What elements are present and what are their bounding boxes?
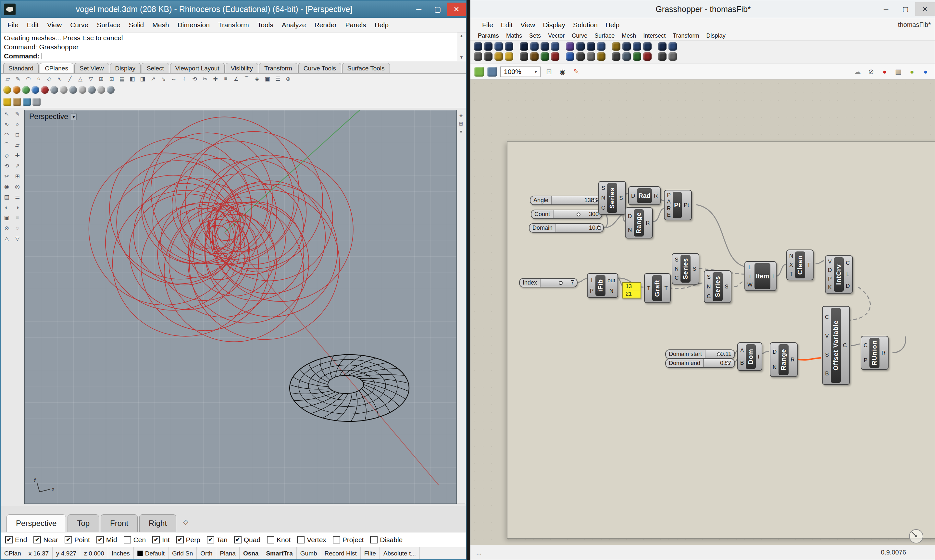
input-port[interactable]: C [706,293,712,300]
component-icon[interactable] [597,52,605,61]
toolbar-tab[interactable]: Standard [3,63,39,73]
slider-knob[interactable] [559,281,563,285]
ribbon-tab[interactable]: Intersect [639,32,669,39]
toolbar-icon[interactable]: ∠ [232,75,240,83]
ribbon-tab[interactable]: Maths [502,32,525,39]
osnap-project[interactable]: Project [333,536,364,544]
component-icon[interactable] [576,52,585,61]
gh-slider-count[interactable]: Count 300 [531,209,602,219]
toolbar-icon[interactable] [79,86,86,94]
component-capsule[interactable]: Series [607,183,617,213]
component-capsule[interactable]: Rad [637,188,652,203]
input-port[interactable]: P [666,192,672,198]
toolbar-icon[interactable] [107,86,115,94]
gh-component-list-item[interactable]: LiW Item i [744,261,776,291]
checkbox-icon[interactable]: ✔ [96,536,104,543]
command-scrollbar[interactable]: ▲ ▼ [457,32,466,61]
toolbar-icon[interactable]: ↗ [13,161,22,171]
component-capsule[interactable]: Series [681,255,690,283]
status-pane[interactable]: Orth [197,547,216,559]
toolbar-icon[interactable]: ◨ [138,75,147,83]
input-port[interactable]: B [824,371,829,377]
minimize-button[interactable]: ─ [410,3,428,16]
toolbar-icon[interactable]: ⊕ [284,75,293,83]
slider-rail[interactable]: 0.11 [705,350,734,358]
output-port[interactable]: D [845,283,850,289]
menu-item[interactable]: Solid [125,20,148,30]
zoom-extents-icon[interactable]: ⊡ [544,66,554,77]
component-capsule[interactable]: Graft [652,275,662,301]
toolbar-icon[interactable]: ☰ [13,192,22,202]
toolbar-icon[interactable]: ▽ [13,234,22,243]
menu-item[interactable]: Solution [569,20,602,30]
scroll-down-icon[interactable]: ▼ [459,55,464,60]
slider-rail[interactable]: 138.2 [552,196,602,205]
output-port[interactable]: R [653,193,659,199]
component-icon[interactable] [541,42,549,51]
status-pane[interactable]: Grid Sn [168,547,197,559]
menu-item[interactable]: Help [370,20,393,30]
toolbar-icon[interactable]: ◐ [2,203,12,212]
input-port[interactable]: V [827,258,832,265]
component-icon[interactable] [505,42,513,51]
checkbox-icon[interactable]: ✔ [207,536,214,543]
input-port[interactable]: P [863,357,868,363]
input-port[interactable]: C [824,314,830,320]
toolbar-icon[interactable]: ⊞ [13,172,22,181]
output-port[interactable]: R [881,350,886,356]
toolbar-tab[interactable]: Select [142,63,169,73]
toolbar-icon[interactable]: ✎ [14,75,22,83]
toolbar-icon[interactable]: ◈ [253,75,261,83]
component-icon[interactable] [530,52,539,61]
gh-component-radians[interactable]: D Rad R [628,186,661,205]
osnap-quad[interactable]: ✔Quad [234,536,260,544]
toolbar-icon[interactable]: ≡ [13,213,22,223]
osnap-cen[interactable]: Cen [124,536,146,544]
menu-item[interactable]: File [478,20,497,30]
input-port[interactable]: C [600,205,606,211]
gh-component-point-cylindrical[interactable]: PARE Pt Pt [664,190,692,220]
component-icon[interactable] [551,42,559,51]
toolbar-tab[interactable]: Surface Tools [342,63,390,73]
four-view-icon[interactable]: ◇ [183,518,188,526]
command-area[interactable]: Creating meshes... Press Esc to cancel C… [1,32,466,62]
output-port[interactable]: S [692,266,697,272]
viewport-tab-top[interactable]: Top [68,514,99,532]
toolbar-icon[interactable]: ✎ [13,109,22,119]
input-port[interactable]: S [824,352,829,358]
ribbon-tab[interactable]: Params [474,32,502,39]
status-pane[interactable]: Filte [361,547,380,559]
gh-component-series[interactable]: SNC Series S [704,270,732,303]
preview-eye-icon[interactable]: ◉ [558,66,568,77]
gh-slider-domain-end[interactable]: Domain end 0.57 [665,358,735,368]
toolbar-icon[interactable]: ○ [13,120,22,129]
gh-component-graft[interactable]: T Graft T [644,273,671,303]
toolbar-icon[interactable] [3,98,11,106]
gh-component-range[interactable]: DN Range R [625,207,653,238]
slider-rail[interactable]: 10.0 [556,224,603,232]
menu-item[interactable]: Tools [253,20,277,30]
gh-component-range[interactable]: DN Range R [770,342,798,377]
component-icon[interactable] [505,52,513,61]
input-port[interactable]: X [788,262,794,268]
output-port[interactable]: S [724,283,729,290]
checkbox-icon[interactable]: ✔ [34,536,41,543]
component-icon[interactable] [658,42,667,51]
component-icon[interactable] [633,52,641,61]
disable-preview-icon[interactable]: ⊘ [866,66,876,77]
menu-item[interactable]: View [43,20,66,30]
input-port[interactable]: T [789,271,794,277]
input-port[interactable]: E [666,212,672,218]
toolbar-icon[interactable]: ✂ [201,75,209,83]
toolbar-icon[interactable] [3,86,11,94]
component-icon[interactable] [669,42,677,51]
toolbar-icon[interactable]: ⊞ [97,75,106,83]
component-icon[interactable] [551,52,559,61]
status-pane[interactable]: Plana [216,547,240,559]
component-capsule[interactable]: Clean [795,251,805,278]
toolbar-icon[interactable]: ◠ [24,75,33,83]
output-port[interactable]: R [790,357,795,363]
toolbar-icon[interactable]: ✚ [13,151,22,160]
minimize-button[interactable]: ─ [876,2,896,16]
toolbar-icon[interactable]: ⟲ [2,161,12,171]
